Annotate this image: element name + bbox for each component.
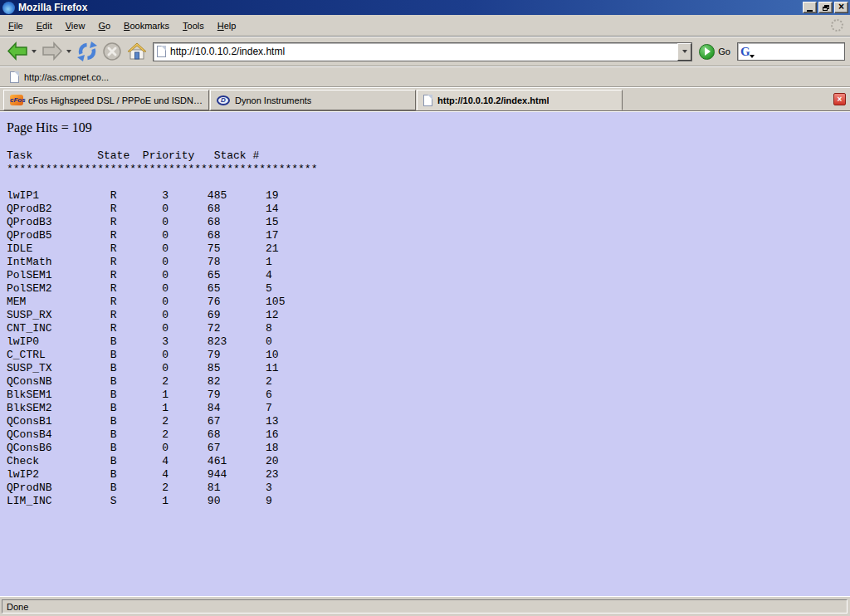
google-search-icon[interactable]: G — [740, 46, 750, 58]
firefox-logo-icon — [2, 2, 15, 14]
back-arrow-icon — [7, 42, 28, 61]
dynon-icon: D — [217, 95, 230, 105]
url-bar[interactable]: http://10.0.10.2/index.html — [153, 42, 692, 61]
status-text: Done — [7, 602, 28, 612]
bookmarks-toolbar: http://as.cmpnet.co... — [0, 66, 850, 87]
home-button[interactable] — [125, 39, 149, 64]
menu-help[interactable]: Help — [211, 17, 243, 34]
menu-go[interactable]: Go — [91, 17, 117, 34]
page-content: Page Hits = 109 Task State Priority Stac… — [0, 111, 850, 596]
navigation-toolbar: http://10.0.10.2/index.html Go G — [0, 37, 850, 66]
page-hits-text: Page Hits = 109 — [7, 120, 850, 135]
forward-dropdown-icon[interactable] — [66, 50, 71, 53]
close-button[interactable]: × — [834, 2, 848, 13]
tab-label: Dynon Instruments — [235, 95, 311, 105]
close-icon: × — [838, 2, 844, 12]
menu-bookmarks[interactable]: Bookmarks — [117, 17, 176, 34]
window-title: Mozilla Firefox — [18, 2, 803, 13]
menu-bar: File Edit View Go Bookmarks Tools Help — [0, 15, 850, 37]
tab-active-index-html[interactable]: http://10.0.10.2/index.html — [417, 90, 623, 110]
tab-label: http://10.0.10.2/index.html — [437, 95, 549, 105]
status-panel: Done — [2, 599, 848, 614]
cfos-icon: cFos — [10, 95, 23, 105]
menu-edit[interactable]: Edit — [30, 17, 59, 34]
search-input[interactable] — [758, 44, 850, 59]
stop-button[interactable] — [100, 39, 125, 64]
go-play-icon — [705, 47, 711, 56]
go-button-label[interactable]: Go — [718, 46, 730, 56]
page-icon — [157, 46, 166, 57]
url-text[interactable]: http://10.0.10.2/index.html — [166, 46, 677, 57]
tab-label: cFos Highspeed DSL / PPPoE und ISDN CAP.… — [28, 95, 203, 105]
throbber-icon[interactable] — [831, 19, 843, 32]
reload-button[interactable] — [75, 39, 100, 64]
minimize-icon — [807, 10, 813, 12]
back-dropdown-icon[interactable] — [32, 50, 37, 53]
bookmark-label: http://as.cmpnet.co... — [24, 72, 109, 82]
url-dropdown-button[interactable] — [677, 43, 691, 61]
tab-bar: cFos cFos Highspeed DSL / PPPoE und ISDN… — [0, 87, 850, 111]
forward-arrow-icon — [42, 42, 63, 61]
restore-icon — [823, 5, 829, 11]
search-box[interactable]: G — [737, 42, 845, 61]
go-button[interactable] — [699, 44, 715, 60]
title-bar: Mozilla Firefox × — [0, 0, 850, 15]
restore-button[interactable] — [818, 2, 833, 13]
task-table: Task State Priority Stack # ************… — [7, 149, 850, 508]
tab-dynon[interactable]: D Dynon Instruments — [210, 90, 416, 110]
tab-page-icon — [423, 95, 432, 106]
menu-view[interactable]: View — [59, 17, 92, 34]
chevron-down-icon — [682, 50, 687, 53]
back-button[interactable] — [5, 39, 30, 64]
bookmark-item[interactable]: http://as.cmpnet.co... — [5, 70, 114, 85]
reload-icon — [76, 41, 98, 62]
minimize-button[interactable] — [803, 2, 817, 13]
forward-button[interactable] — [40, 39, 65, 64]
browser-window: Mozilla Firefox × File Edit View Go Book… — [0, 0, 850, 616]
menu-tools[interactable]: Tools — [176, 17, 211, 34]
menu-file[interactable]: File — [2, 17, 30, 34]
status-bar: Done — [0, 596, 850, 616]
tab-close-button[interactable]: × — [833, 93, 846, 105]
stop-icon — [101, 41, 123, 62]
home-icon — [126, 42, 148, 61]
tab-cfos[interactable]: cFos cFos Highspeed DSL / PPPoE und ISDN… — [3, 90, 209, 110]
bookmark-page-icon — [10, 71, 19, 83]
